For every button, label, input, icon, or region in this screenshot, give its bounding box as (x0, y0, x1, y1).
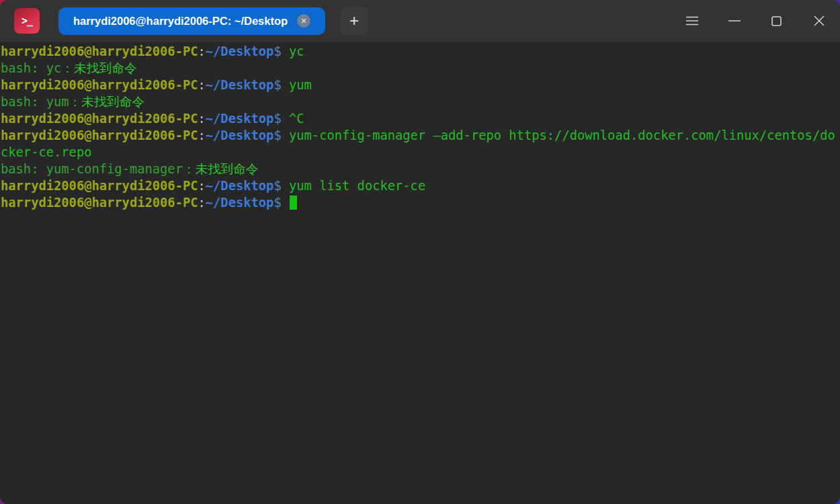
terminal-line: harrydi2006@harrydi2006-PC:~/Desktop$ yu… (1, 77, 840, 93)
tab-title: harrydi2006@harrydi2006-PC: ~/Desktop (73, 15, 288, 28)
terminal-text-plain: : (198, 128, 206, 142)
close-button[interactable] (798, 0, 840, 42)
terminal-text-dollar: $ (274, 44, 281, 58)
plus-icon: + (349, 13, 359, 29)
terminal-text-path: ~/Desktop (206, 112, 274, 126)
maximize-button[interactable] (755, 0, 798, 42)
terminal-text-prompt: harrydi2006@harrydi2006-PC (1, 112, 198, 126)
terminal-text-path: ~/Desktop (206, 179, 274, 193)
terminal-text-plain: : (198, 112, 206, 126)
new-tab-button[interactable]: + (340, 7, 368, 35)
terminal-text-prompt: harrydi2006@harrydi2006-PC (1, 179, 198, 193)
terminal-text-plain: : (198, 78, 206, 92)
terminal-line: harrydi2006@harrydi2006-PC:~/Desktop$ yu… (1, 127, 840, 161)
terminal-text-cmd: ^C (282, 112, 304, 126)
terminal-text-plain: : (198, 179, 206, 193)
terminal-line: harrydi2006@harrydi2006-PC:~/Desktop$ ^C (1, 110, 840, 127)
terminal-text-cjk: ：未找到命令 (183, 162, 259, 176)
terminal-line: bash: yc：未找到命令 (1, 60, 840, 77)
terminal-text-err: bash: yum-config-manager (1, 162, 183, 176)
terminal-text-path: ~/Desktop (206, 128, 274, 142)
close-icon (814, 15, 825, 26)
terminal-cursor (290, 196, 297, 210)
menu-button[interactable] (671, 0, 713, 42)
minimize-button[interactable] (713, 0, 755, 42)
terminal-text-prompt: harrydi2006@harrydi2006-PC (1, 78, 198, 92)
terminal-text-cmd: yc (282, 44, 304, 58)
terminal-text-prompt: harrydi2006@harrydi2006-PC (1, 128, 198, 142)
terminal-text-cmd: yum list docker-ce (282, 179, 425, 193)
tab-active[interactable]: harrydi2006@harrydi2006-PC: ~/Desktop ✕ (58, 7, 325, 35)
terminal-text-err: bash: yc (1, 61, 61, 75)
terminal-line: harrydi2006@harrydi2006-PC:~/Desktop$ (1, 194, 840, 211)
terminal-output[interactable]: harrydi2006@harrydi2006-PC:~/Desktop$ yc… (0, 42, 840, 504)
terminal-text-plain: : (198, 196, 206, 210)
terminal-text-err: bash: yum (1, 95, 69, 109)
maximize-icon (771, 16, 782, 26)
terminal-text-prompt: harrydi2006@harrydi2006-PC (1, 196, 198, 210)
terminal-text-dollar: $ (274, 128, 281, 142)
terminal-line: bash: yum：未找到命令 (1, 93, 840, 110)
terminal-icon-glyph: >_ (22, 15, 32, 27)
titlebar[interactable]: >_ harrydi2006@harrydi2006-PC: ~/Desktop… (0, 0, 840, 42)
terminal-text-cmd: yum (282, 78, 312, 92)
terminal-text-dollar: $ (274, 78, 281, 92)
terminal-text-dollar: $ (274, 179, 281, 193)
terminal-text-cjk: ：未找到命令 (69, 95, 145, 109)
tab-close-icon[interactable]: ✕ (297, 14, 310, 28)
terminal-line: harrydi2006@harrydi2006-PC:~/Desktop$ yu… (1, 177, 840, 194)
terminal-text-path: ~/Desktop (206, 44, 274, 58)
terminal-text-dollar: $ (274, 196, 281, 210)
minimize-icon (728, 20, 741, 22)
hamburger-icon (685, 16, 699, 26)
terminal-app-icon: >_ (14, 8, 40, 34)
terminal-text-plain: : (198, 44, 206, 58)
terminal-line: bash: yum-config-manager：未找到命令 (1, 161, 840, 177)
terminal-text-cmd (282, 196, 289, 210)
terminal-window: >_ harrydi2006@harrydi2006-PC: ~/Desktop… (0, 0, 840, 504)
terminal-text-path: ~/Desktop (206, 196, 274, 210)
terminal-text-path: ~/Desktop (206, 78, 274, 92)
terminal-text-cjk: ：未找到命令 (61, 61, 137, 75)
terminal-line: harrydi2006@harrydi2006-PC:~/Desktop$ yc (1, 43, 840, 60)
terminal-text-prompt: harrydi2006@harrydi2006-PC (1, 44, 198, 58)
terminal-text-dollar: $ (274, 112, 281, 126)
